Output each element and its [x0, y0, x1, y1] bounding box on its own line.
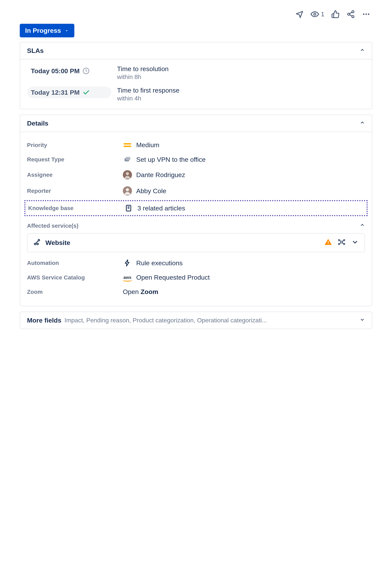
reporter-field[interactable]: Reporter Abby Cole — [27, 183, 365, 199]
aws-logo-icon: aws — [123, 275, 132, 280]
knowledge-base-field[interactable]: Knowledge base 3 related articles — [28, 204, 364, 213]
sla-time-badge: Today 05:00 PM — [27, 65, 111, 77]
svg-point-16 — [38, 239, 40, 241]
issue-actions-bar: 1 — [20, 8, 372, 24]
svg-rect-18 — [328, 241, 328, 243]
details-panel-title: Details — [27, 120, 48, 127]
svg-point-17 — [37, 243, 38, 245]
svg-point-15 — [34, 243, 36, 245]
lightning-icon — [123, 259, 132, 267]
status-label: In Progress — [25, 27, 61, 34]
chevron-up-icon — [360, 222, 365, 229]
assignee-avatar — [123, 170, 132, 179]
chevron-down-icon — [360, 317, 365, 324]
svg-point-23 — [338, 243, 340, 245]
more-fields-panel[interactable]: More fields Impact, Pending reason, Prod… — [20, 312, 372, 329]
automation-field[interactable]: Automation Rule executions — [27, 256, 365, 270]
svg-point-13 — [126, 188, 129, 191]
svg-point-1 — [352, 11, 354, 13]
affected-service-card[interactable]: Website — [27, 233, 365, 252]
affected-services-header[interactable]: Affected service(s) — [27, 217, 365, 232]
check-icon — [82, 88, 90, 96]
feedback-icon[interactable] — [295, 10, 304, 18]
details-panel-header[interactable]: Details — [20, 115, 372, 132]
aws-catalog-field[interactable]: AWS Service Catalog aws Open Requested P… — [27, 270, 365, 285]
sla-row: Today 12:31 PM Time to first response wi… — [27, 87, 365, 102]
reporter-avatar — [123, 186, 132, 196]
slas-panel: SLAs Today 05:00 PM Time to resolution w… — [20, 42, 372, 109]
chevron-up-icon — [360, 47, 365, 54]
sla-label: Time to resolution — [117, 65, 168, 73]
sla-row: Today 05:00 PM Time to resolution within… — [27, 65, 365, 81]
svg-rect-19 — [328, 244, 328, 244]
sla-goal: within 4h — [117, 95, 180, 102]
chevron-down-icon — [64, 28, 69, 33]
assignee-field[interactable]: Assignee Dante Rodriguez — [27, 167, 365, 183]
request-type-icon — [123, 156, 132, 163]
svg-rect-9 — [126, 157, 130, 160]
chevron-down-icon[interactable] — [351, 238, 359, 247]
share-button[interactable] — [347, 10, 355, 18]
svg-point-2 — [348, 13, 350, 15]
details-panel: Details Priority Medium Request Type — [20, 115, 372, 306]
chevron-up-icon — [360, 120, 365, 127]
watch-button[interactable]: 1 — [310, 10, 324, 18]
status-dropdown[interactable]: In Progress — [20, 24, 74, 37]
priority-medium-icon — [123, 143, 132, 147]
watch-count: 1 — [321, 11, 324, 18]
svg-point-5 — [365, 14, 367, 15]
svg-point-21 — [338, 240, 340, 241]
knowledge-base-highlight: Knowledge base 3 related articles — [24, 200, 368, 216]
more-actions-button[interactable] — [362, 10, 370, 18]
svg-point-6 — [368, 14, 369, 15]
sla-goal: within 8h — [117, 73, 168, 81]
svg-point-22 — [344, 240, 345, 241]
svg-point-24 — [344, 243, 345, 245]
priority-field[interactable]: Priority Medium — [27, 138, 365, 152]
service-graph-action-icon[interactable] — [338, 238, 345, 247]
warning-icon — [324, 238, 332, 247]
sla-label: Time to first response — [117, 87, 180, 94]
svg-point-0 — [314, 13, 316, 15]
svg-point-4 — [363, 14, 364, 15]
request-type-field[interactable]: Request Type Set up VPN to the office — [27, 152, 365, 167]
zoom-field[interactable]: Zoom Open Zoom — [27, 285, 365, 299]
svg-point-11 — [126, 172, 129, 175]
slas-panel-header[interactable]: SLAs — [20, 42, 372, 59]
article-icon — [124, 204, 133, 212]
clock-icon — [82, 67, 90, 75]
sla-time-badge-met: Today 12:31 PM — [27, 87, 111, 98]
like-button[interactable] — [331, 10, 340, 18]
service-graph-icon — [33, 238, 41, 247]
slas-panel-title: SLAs — [27, 47, 44, 55]
svg-point-3 — [352, 15, 354, 18]
